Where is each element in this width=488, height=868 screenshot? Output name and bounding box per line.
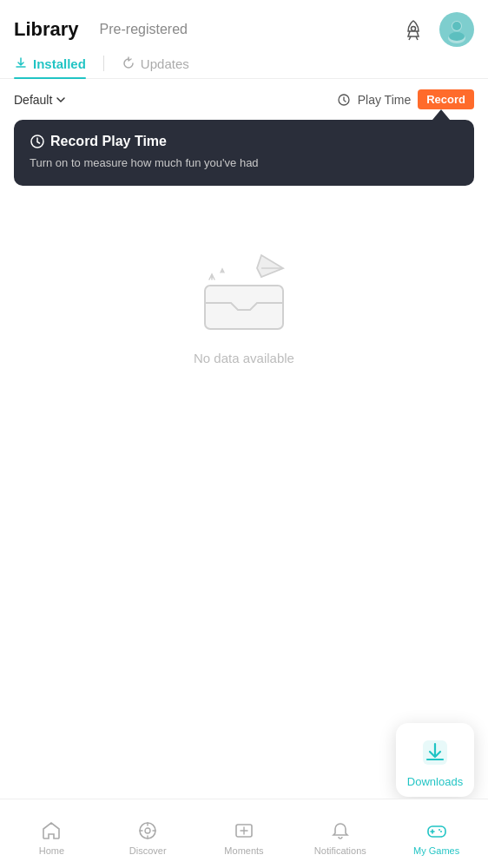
header: Library Pre-registered: [0, 0, 488, 47]
tooltip-description: Turn on to measure how much fun you've h…: [30, 155, 458, 172]
tooltip-title: Record Play Time: [30, 134, 458, 149]
header-icons: [396, 12, 474, 47]
discover-icon: [136, 819, 159, 842]
svg-point-14: [439, 829, 440, 831]
nav-label-home: Home: [39, 845, 64, 856]
filter-row: Default Play Time Record: [0, 79, 488, 120]
install-icon: [14, 56, 28, 70]
tooltip-container: Record Play Time Turn on to measure how …: [14, 120, 474, 186]
downloads-fab[interactable]: Downloads: [396, 723, 474, 797]
playtime-row: Play Time Record: [337, 89, 474, 109]
gamepad-icon: [425, 819, 448, 842]
svg-point-4: [452, 22, 461, 30]
avatar[interactable]: [439, 12, 474, 47]
tab-divider: [103, 56, 104, 71]
svg-point-11: [145, 828, 150, 833]
nav-item-moments[interactable]: Moments: [196, 812, 293, 856]
nav-item-my-games[interactable]: My Games: [388, 812, 485, 856]
record-button[interactable]: Record: [418, 89, 474, 109]
chevron-down-icon: [56, 95, 66, 105]
tooltip-clock-icon: [30, 134, 45, 149]
nav-label-my-games: My Games: [413, 845, 459, 856]
downloads-label: Downloads: [407, 775, 463, 788]
default-filter-button[interactable]: Default: [14, 93, 66, 107]
page-title: Library: [14, 18, 79, 41]
empty-illustration: [188, 238, 300, 333]
bell-icon: [329, 819, 352, 842]
nav-item-notifications[interactable]: Notifications: [292, 812, 388, 856]
svg-point-0: [412, 27, 416, 31]
header-left: Library Pre-registered: [14, 18, 188, 41]
svg-rect-8: [205, 286, 283, 329]
empty-state: No data available: [0, 186, 488, 383]
preregistered-tab[interactable]: Pre-registered: [100, 22, 188, 37]
nav-label-discover: Discover: [129, 845, 167, 856]
tab-bar: Installed Updates: [0, 47, 488, 79]
tooltip-box: Record Play Time Turn on to measure how …: [14, 120, 474, 186]
tooltip-arrow: [432, 109, 450, 120]
home-icon: [40, 819, 63, 842]
moments-icon: [233, 819, 255, 842]
tab-installed[interactable]: Installed: [14, 56, 86, 78]
svg-point-5: [449, 32, 465, 41]
clock-icon: [337, 93, 351, 107]
bottom-nav: Home Discover Moments Notifications: [0, 799, 488, 868]
nav-item-discover[interactable]: Discover: [100, 812, 196, 856]
nav-label-notifications: Notifications: [314, 845, 366, 856]
rocket-icon[interactable]: [396, 12, 431, 47]
downloads-icon: [416, 733, 454, 772]
nav-item-home[interactable]: Home: [3, 812, 100, 856]
svg-point-15: [440, 831, 442, 832]
nav-label-moments: Moments: [224, 845, 263, 856]
empty-text: No data available: [194, 351, 294, 365]
tab-updates[interactable]: Updates: [122, 56, 189, 78]
refresh-icon: [122, 56, 135, 70]
